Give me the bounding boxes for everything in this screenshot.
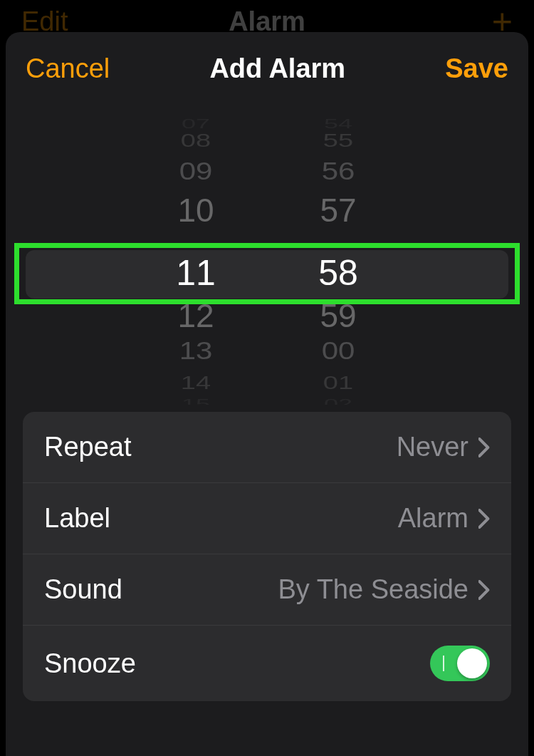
repeat-value: Never: [397, 432, 468, 462]
chevron-right-icon: [478, 437, 490, 457]
minute-picker[interactable]: 54 55 56 57 58 59 00 01 02: [303, 113, 374, 405]
hour-option[interactable]: 12: [160, 296, 231, 335]
hour-option[interactable]: 13: [160, 336, 231, 366]
hour-option[interactable]: 07: [160, 117, 231, 132]
chevron-right-icon: [478, 509, 490, 529]
minute-option[interactable]: 02: [303, 397, 374, 405]
sound-label: Sound: [44, 574, 122, 605]
sound-row[interactable]: Sound By The Seaside: [23, 554, 511, 626]
hour-option[interactable]: 10: [160, 191, 231, 229]
time-picker[interactable]: 07 08 09 10 11 12 13 14 15 54 55 56 57 5…: [6, 113, 528, 405]
minute-option[interactable]: 57: [303, 191, 374, 229]
hour-option[interactable]: 14: [160, 372, 231, 393]
alarm-settings-list: Repeat Never Label Alarm Sound By The Se…: [23, 412, 511, 701]
modal-title: Add Alarm: [209, 53, 345, 84]
toggle-on-indicator-icon: [443, 656, 444, 671]
minute-option[interactable]: 01: [303, 372, 374, 393]
hour-option[interactable]: 08: [160, 130, 231, 151]
toggle-knob: [457, 648, 487, 678]
add-alarm-modal: Cancel Add Alarm Save 07 08 09 10 11 12 …: [6, 32, 528, 756]
chevron-right-icon: [478, 580, 490, 600]
minute-selected[interactable]: 58: [303, 252, 374, 294]
label-value: Alarm: [398, 503, 468, 534]
cancel-button[interactable]: Cancel: [26, 53, 110, 84]
snooze-toggle[interactable]: [430, 646, 490, 681]
repeat-label: Repeat: [44, 432, 132, 462]
minute-option[interactable]: 55: [303, 130, 374, 151]
hour-option[interactable]: 09: [160, 157, 231, 186]
minute-option[interactable]: 00: [303, 336, 374, 366]
modal-header: Cancel Add Alarm Save: [6, 32, 528, 98]
minute-option[interactable]: 54: [303, 117, 374, 132]
snooze-label: Snooze: [44, 648, 136, 679]
hour-picker[interactable]: 07 08 09 10 11 12 13 14 15: [160, 113, 231, 405]
repeat-row[interactable]: Repeat Never: [23, 412, 511, 483]
minute-option[interactable]: 59: [303, 296, 374, 335]
save-button[interactable]: Save: [445, 53, 508, 84]
hour-option[interactable]: 15: [160, 397, 231, 405]
minute-option[interactable]: 56: [303, 157, 374, 186]
snooze-row: Snooze: [23, 626, 511, 701]
sound-value: By The Seaside: [278, 574, 468, 605]
hour-selected[interactable]: 11: [160, 252, 231, 294]
label-label: Label: [44, 503, 110, 534]
label-row[interactable]: Label Alarm: [23, 483, 511, 554]
